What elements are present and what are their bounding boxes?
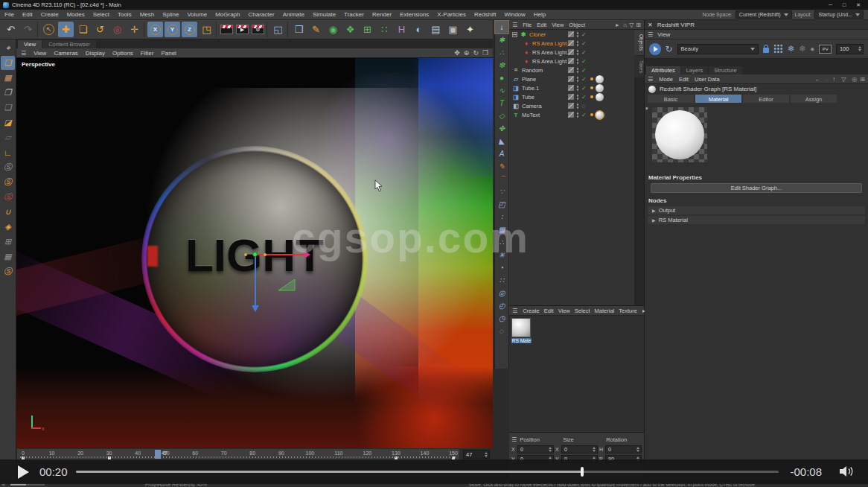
hamburger-icon[interactable]: ☰ (512, 308, 517, 314)
environment-button[interactable]: ◐ (411, 22, 427, 37)
spline-effector-icon[interactable]: ⌒ (495, 173, 508, 185)
axis-y-toggle[interactable]: Y (165, 22, 180, 37)
resolution-field[interactable]: 100 (836, 44, 864, 54)
tag-dot-icon[interactable] (590, 86, 593, 89)
seek-bar[interactable] (76, 471, 779, 473)
solo-hierarchy-button[interactable]: Ⓢ (1, 190, 15, 204)
planar-workplane-button[interactable]: ▦ (1, 249, 15, 264)
attribute-tab[interactable]: Attributes (646, 66, 680, 74)
array-generator-button[interactable]: ∷ (377, 22, 392, 37)
current-frame-field[interactable]: 47 (463, 450, 490, 459)
menu-item[interactable]: Create (41, 11, 59, 18)
menu-item[interactable]: X-Particles (437, 11, 466, 18)
edit-shader-graph-button[interactable]: Edit Shader Graph... (651, 183, 862, 193)
menu-item[interactable]: Animate (283, 11, 304, 18)
object-manager-menu-item[interactable]: Edit (537, 22, 546, 28)
manager-side-tab[interactable]: Takes (634, 56, 644, 77)
menu-item[interactable]: File (4, 11, 14, 18)
layer-toggle-icon[interactable] (568, 85, 574, 91)
viewport-tab[interactable]: View (18, 40, 42, 48)
solo-single-button[interactable]: Ⓢ (1, 175, 15, 189)
pan-view-icon[interactable]: ✥ (454, 49, 460, 57)
live-selection-tool[interactable]: ↖ (41, 22, 57, 37)
material-manager-menu-item[interactable]: Create (523, 308, 540, 314)
new-panel-icon[interactable]: ⊞ (860, 76, 865, 83)
material-tag-icon[interactable] (596, 84, 604, 92)
history-forward-icon[interactable]: → (823, 76, 829, 83)
viewport-tab[interactable]: Content Browser (42, 40, 96, 48)
timeline-ruler[interactable]: 0102030405060708090100110120130140150 47 (16, 448, 460, 460)
axis-x-toggle[interactable]: X (147, 22, 163, 37)
vipr-view-menu[interactable]: View (657, 31, 670, 38)
dotted-sphere-tool-icon[interactable]: ◌ (495, 325, 508, 337)
filter-icon[interactable]: ▽ (841, 76, 846, 83)
collapse-icon[interactable]: ▾ (645, 106, 648, 112)
window-control-button[interactable]: □ (843, 2, 846, 8)
separator[interactable] (267, 22, 269, 37)
menu-item[interactable]: Help (534, 11, 546, 18)
bubbles-tool-icon[interactable]: ∶ (495, 211, 508, 223)
attribute-menu-item[interactable]: Edit (679, 76, 689, 83)
points-mode-button[interactable]: ❑ (1, 101, 15, 115)
close-icon[interactable]: ✕ (648, 22, 653, 28)
menu-item[interactable]: Window (504, 11, 525, 18)
attribute-menu-item[interactable]: Mode (659, 76, 673, 83)
object-name[interactable]: Cloner (529, 31, 546, 38)
Random[interactable]: ⠶ Random ✓ (509, 66, 634, 74)
menu-item[interactable]: Edit (22, 11, 33, 18)
viewport-camera-label[interactable]: Perspective (19, 60, 57, 69)
timeline-playhead[interactable]: 47 (155, 450, 161, 459)
viewport-menu-item[interactable]: Options (112, 50, 133, 57)
gauge-tool-icon[interactable]: ◴ (495, 299, 508, 312)
material-manager-menu-item[interactable]: Texture (619, 308, 637, 314)
Tube.1[interactable]: ◨ Tube.1 ✓ (509, 83, 634, 92)
viewport-menu-item[interactable]: View (33, 50, 46, 57)
menu-item[interactable]: Volume (187, 11, 207, 18)
object-manager-menu-item[interactable]: Object (569, 22, 585, 28)
menu-item[interactable]: Extensions (400, 11, 429, 18)
object-name[interactable]: RS Area Light.1 (532, 49, 572, 56)
auto-workplane-button[interactable]: Ⓢ (1, 264, 15, 278)
add-filter-icon[interactable]: ⊞ (636, 22, 641, 28)
generator-button[interactable]: ❖ (342, 22, 358, 37)
dolly-view-icon[interactable]: ⊕ (464, 49, 470, 57)
layer-toggle-icon[interactable] (568, 76, 574, 82)
layer-toggle-icon[interactable] (568, 112, 574, 118)
enabled-check-icon[interactable]: ✓ (581, 40, 588, 47)
volume-builder-button[interactable]: ⊞ (360, 22, 375, 37)
hamburger-icon[interactable]: ☰ (511, 436, 517, 443)
viewport-menu-item[interactable]: Cameras (54, 50, 77, 57)
viewport-menu-item[interactable]: Filter (141, 50, 154, 57)
dots-tool-icon[interactable]: ∴ (495, 236, 508, 249)
material-tile[interactable]: RS Mate (511, 318, 532, 343)
model-mode-button[interactable]: ❏ (1, 56, 15, 70)
picture-viewer-icon[interactable]: PV (819, 45, 832, 54)
layout-select[interactable]: Startup (Und... (814, 10, 864, 19)
gizmo-center-handle[interactable] (252, 252, 258, 257)
object-name[interactable]: RS Area Light.2 (532, 40, 572, 47)
camera-button[interactable]: ▣ (445, 22, 461, 37)
move-tool[interactable]: ✚ (58, 22, 74, 37)
object-name[interactable]: Tube.1 (522, 85, 539, 92)
primitive-cube-button[interactable]: ❒ (291, 22, 307, 37)
attribute-subtab[interactable]: Editor (743, 95, 789, 103)
visibility-dots-icon[interactable] (576, 76, 579, 83)
attribute-menu-item[interactable]: User Data (695, 76, 720, 83)
workplane-mode-button[interactable]: ❐ (1, 86, 15, 100)
attribute-subtab[interactable]: Assign (791, 95, 837, 103)
bucket-grid-icon[interactable] (773, 44, 783, 54)
light-button[interactable]: ✦ (462, 22, 478, 37)
freeze-icon[interactable]: ❄ (788, 44, 794, 54)
tag-dot-icon[interactable] (590, 77, 593, 80)
interactive-render-icon[interactable]: ◱ (270, 22, 286, 37)
Plane[interactable]: ▱ Plane ✓ (509, 74, 634, 83)
visibility-dots-icon[interactable] (576, 40, 579, 47)
motext-tool-icon[interactable]: T (495, 97, 508, 109)
solo-off-button[interactable]: Ⓢ (1, 160, 15, 174)
quantize-button[interactable]: ◈ (1, 220, 15, 234)
workplane-lock-button[interactable]: ⊞ (1, 235, 15, 249)
attribute-subtab[interactable]: Material (695, 95, 741, 103)
object-name[interactable]: Tube (522, 94, 534, 101)
material-manager-menu-item[interactable]: View (558, 308, 570, 314)
menu-item[interactable]: MoGraph (215, 11, 240, 18)
